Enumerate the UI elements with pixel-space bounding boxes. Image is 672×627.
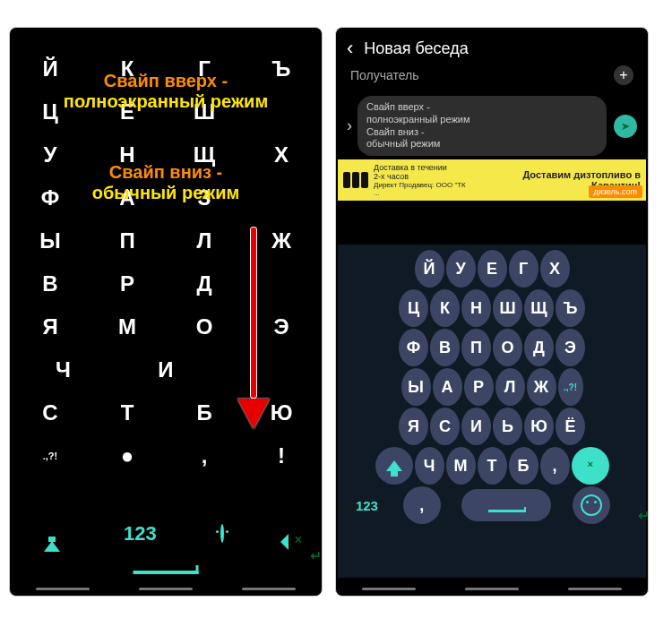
key[interactable]: Ъ: [556, 289, 585, 327]
backspace-icon: [582, 460, 598, 472]
shift-icon: [386, 460, 402, 471]
page-title: Новая беседа: [364, 39, 468, 58]
key[interactable]: Ц: [399, 289, 428, 327]
ad-banner[interactable]: Доставка в течении 2-х часов Директ Прод…: [338, 159, 646, 201]
key[interactable]: П: [109, 228, 145, 253]
key[interactable]: С: [430, 408, 460, 445]
phone-right: ‹ Новая беседа Получатель + › Свайп ввер…: [335, 27, 649, 597]
ad-cta-button[interactable]: дизель.com: [589, 185, 642, 198]
key[interactable]: С: [32, 400, 68, 425]
key[interactable]: Ю: [524, 408, 554, 445]
key[interactable]: Ж: [263, 228, 299, 253]
key[interactable]: Ю: [263, 400, 299, 425]
key[interactable]: И: [148, 357, 184, 382]
key[interactable]: Э: [556, 329, 585, 366]
key[interactable]: К: [430, 289, 460, 327]
key[interactable]: Щ: [186, 142, 222, 167]
key[interactable]: Д: [524, 329, 554, 366]
expand-icon[interactable]: ›: [347, 116, 352, 135]
key[interactable]: Я: [399, 408, 428, 445]
key[interactable]: У: [446, 250, 476, 288]
key[interactable]: Л: [186, 228, 222, 253]
numeric-key[interactable]: 123: [352, 486, 382, 524]
key[interactable]: Ё: [556, 408, 585, 445]
key[interactable]: К: [109, 56, 145, 82]
key[interactable]: ,: [540, 447, 570, 485]
header: ‹ Новая беседа: [338, 30, 646, 64]
send-button[interactable]: ➤: [614, 115, 637, 138]
key[interactable]: Т: [109, 400, 145, 425]
backspace-key[interactable]: [572, 447, 609, 485]
key[interactable]: Ш: [493, 289, 522, 327]
key[interactable]: А: [433, 368, 462, 406]
key[interactable]: Ш: [186, 99, 222, 125]
key[interactable]: М: [109, 314, 145, 339]
key[interactable]: Ц: [32, 99, 68, 125]
key[interactable]: Б: [509, 447, 538, 485]
key[interactable]: Д: [186, 271, 222, 296]
android-navbar: [338, 588, 646, 590]
emoji-key[interactable]: [573, 486, 610, 524]
shift-icon: [44, 526, 60, 552]
back-button[interactable]: ‹: [347, 37, 353, 60]
key[interactable]: Е: [478, 250, 507, 288]
key-symbols[interactable]: .,?!: [32, 451, 68, 461]
key[interactable]: !: [263, 443, 299, 468]
key[interactable]: Р: [109, 271, 145, 296]
fullscreen-key-grid: Й К Г Ъ Ц Е Ш У Н Щ Х Ф А З: [12, 47, 320, 486]
message-input[interactable]: Свайп вверх - полноэкранный режим Свайп …: [358, 96, 607, 156]
key[interactable]: М: [446, 447, 476, 485]
key[interactable]: Х: [263, 142, 299, 167]
key[interactable]: В: [430, 329, 460, 366]
key[interactable]: Ч: [415, 447, 444, 485]
key[interactable]: Ч: [45, 357, 81, 382]
key[interactable]: Ы: [32, 228, 68, 253]
key[interactable]: В: [32, 271, 68, 296]
phone-left: Й К Г Ъ Ц Е Ш У Н Щ Х Ф А З: [9, 27, 323, 597]
key[interactable]: Й: [415, 250, 444, 288]
key[interactable]: Й: [32, 56, 68, 82]
key[interactable]: З: [186, 185, 222, 210]
key[interactable]: Е: [109, 99, 145, 125]
key[interactable]: Ь: [493, 408, 522, 445]
key[interactable]: Н: [461, 289, 491, 327]
key[interactable]: У: [32, 142, 68, 167]
smile-icon: [220, 524, 224, 543]
space-key[interactable]: [134, 565, 199, 574]
key[interactable]: П: [461, 329, 491, 366]
recipient-input[interactable]: Получатель: [350, 68, 419, 82]
key[interactable]: Ъ: [263, 56, 299, 82]
key[interactable]: О: [186, 314, 222, 339]
comma-key[interactable]: ,: [403, 486, 441, 524]
key[interactable]: Т: [478, 447, 507, 485]
smile-icon: [581, 494, 602, 516]
key[interactable]: Л: [495, 368, 525, 406]
key[interactable]: Ф: [32, 185, 68, 210]
key[interactable]: Г: [509, 250, 538, 288]
key[interactable]: Ф: [399, 329, 428, 366]
key-symbols[interactable]: .,?!: [558, 368, 583, 406]
key[interactable]: Р: [464, 368, 494, 406]
key[interactable]: Н: [109, 142, 145, 167]
add-recipient-button[interactable]: +: [614, 65, 633, 85]
emoji-key[interactable]: [220, 526, 224, 542]
shift-key[interactable]: [44, 526, 60, 542]
shift-key[interactable]: [375, 447, 413, 485]
key[interactable]: Щ: [524, 289, 554, 327]
key[interactable]: Г: [186, 56, 222, 82]
key[interactable]: И: [461, 408, 491, 445]
space-key[interactable]: [461, 489, 551, 521]
key[interactable]: О: [493, 329, 522, 366]
key[interactable]: Х: [540, 250, 570, 288]
key[interactable]: Я: [32, 314, 68, 339]
key[interactable]: Э: [263, 314, 299, 339]
messaging-screen: ‹ Новая беседа Получатель + › Свайп ввер…: [338, 30, 646, 594]
key[interactable]: Ж: [527, 368, 556, 406]
numeric-key[interactable]: 123: [124, 522, 157, 545]
key[interactable]: А: [109, 185, 145, 210]
key[interactable]: ,: [186, 443, 222, 468]
key[interactable]: Ы: [401, 368, 431, 406]
key[interactable]: ●: [109, 443, 145, 468]
key[interactable]: Б: [186, 400, 222, 425]
send-icon: ➤: [621, 120, 630, 133]
